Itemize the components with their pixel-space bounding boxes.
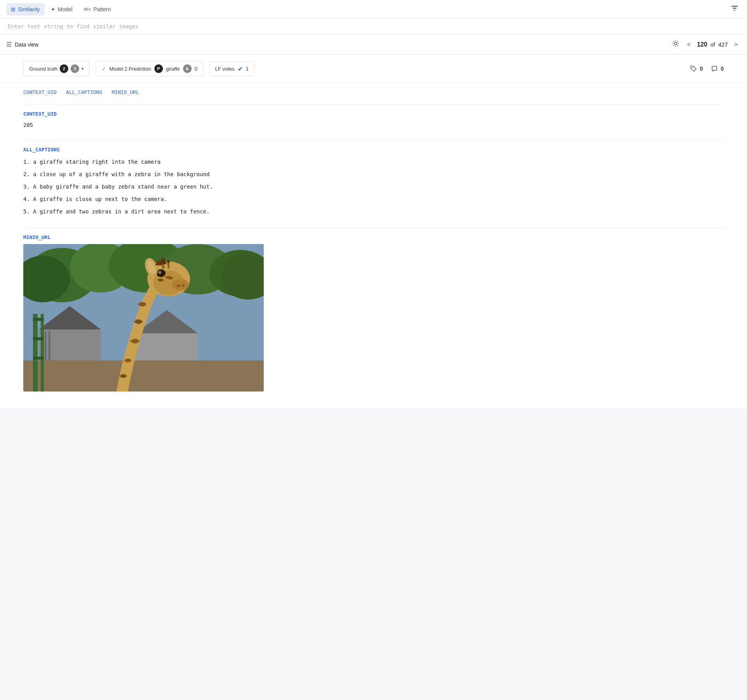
all-captions-label: ALL_CAPTIONS	[23, 147, 724, 152]
pattern-icon: abc	[83, 7, 91, 12]
tab-minio-url[interactable]: MINIO_URL	[112, 89, 139, 95]
page-info: 120 of 427	[697, 41, 728, 48]
current-page: 120	[697, 41, 707, 48]
badge-model-p: P	[154, 64, 163, 73]
svg-point-0	[674, 42, 677, 45]
chevron-down-icon: ▾	[81, 66, 84, 71]
list-item: 5. A giraffe and two zebras in a dirt ar…	[23, 206, 724, 217]
lf-votes-button[interactable]: LF votes ✔ 1	[209, 62, 254, 76]
list-item: 2. a close up of a giraffe with a zebra …	[23, 169, 724, 180]
captions-list: 1. a giraffe staring right into the came…	[23, 156, 724, 217]
badge-model-a: A	[183, 64, 192, 73]
toolbar-row: Ground truth 2 3 ▾ ✓ Model 2 Prediction …	[0, 55, 747, 83]
list-item: 4. A giraffe is close up next to the cam…	[23, 194, 724, 204]
check-circle-icon: ✔	[238, 65, 243, 73]
tab-model-label: Model	[58, 6, 73, 12]
ground-truth-label: Ground truth	[29, 66, 57, 72]
model-prediction-label: Model 2 Prediction	[109, 66, 151, 72]
tab-pattern-label: Pattern	[93, 6, 111, 12]
hamburger-icon: ☰	[6, 41, 12, 48]
svg-point-25	[176, 285, 180, 287]
tab-model[interactable]: ✦ Model	[46, 3, 77, 16]
field-context-uid: CONTEXT_UID 205	[23, 111, 724, 129]
data-view-label: Data view	[15, 42, 38, 48]
tab-all-captions[interactable]: ALL_CAPTIONS	[66, 89, 102, 95]
comment-icon	[711, 65, 718, 73]
divider-1	[23, 104, 724, 105]
model-icon: ✦	[51, 6, 55, 12]
list-item: 1. a giraffe staring right into the came…	[23, 156, 724, 167]
settings-button[interactable]	[670, 38, 681, 51]
tab-pattern[interactable]: abc Pattern	[79, 3, 116, 16]
ground-truth-button[interactable]: Ground truth 2 3 ▾	[23, 61, 90, 76]
prev-page-button[interactable]: <	[684, 40, 694, 50]
svg-point-26	[182, 284, 185, 287]
page-separator: of	[711, 42, 715, 48]
svg-rect-18	[41, 314, 44, 392]
lf-votes-count: 1	[246, 66, 249, 72]
badge-p: 2	[60, 64, 68, 73]
svg-rect-19	[33, 318, 44, 321]
model-class: giraffe	[166, 66, 180, 72]
filter-button[interactable]	[728, 2, 741, 16]
divider-3	[23, 228, 724, 228]
fields-tabs: CONTEXT_UID ALL_CAPTIONS MINIO_URL	[23, 89, 724, 95]
nav-tabs: ⊞ Similarity ✦ Model abc Pattern	[6, 3, 116, 16]
tags-count: 0	[700, 66, 703, 72]
similarity-icon: ⊞	[11, 6, 16, 12]
list-item: 3. A baby giraffe and a baby zebra stand…	[23, 181, 724, 192]
minio-url-label: MINIO_URL	[23, 234, 724, 240]
divider-2	[23, 140, 724, 140]
data-view-header: ☰ Data view < 120 of 427 >	[0, 35, 747, 55]
svg-point-34	[167, 260, 170, 263]
top-nav: ⊞ Similarity ✦ Model abc Pattern	[0, 0, 747, 19]
minio-image	[23, 244, 264, 392]
context-uid-value: 205	[23, 121, 724, 129]
svg-point-24	[172, 279, 189, 291]
comments-count: 0	[721, 66, 724, 72]
comments-button[interactable]: 0	[711, 65, 724, 73]
total-pages: 427	[718, 41, 728, 48]
main-content: Ground truth 2 3 ▾ ✓ Model 2 Prediction …	[0, 55, 747, 409]
search-placeholder: Enter text string to find similar images	[8, 23, 138, 29]
svg-rect-17	[33, 314, 38, 392]
svg-rect-15	[136, 333, 198, 364]
field-all-captions: ALL_CAPTIONS 1. a giraffe staring right …	[23, 147, 724, 217]
model-prediction-button[interactable]: ✓ Model 2 Prediction P giraffe A 0	[96, 61, 203, 76]
svg-rect-20	[33, 337, 44, 340]
data-view-right: < 120 of 427 >	[670, 38, 741, 51]
context-uid-label: CONTEXT_UID	[23, 111, 724, 117]
next-page-button[interactable]: >	[731, 40, 741, 50]
tab-similarity-label: Similarity	[18, 6, 40, 12]
tags-button[interactable]: 0	[690, 65, 703, 73]
svg-point-1	[692, 67, 693, 68]
field-minio-url: MINIO_URL	[23, 234, 724, 392]
search-bar: Enter text string to find similar images	[0, 19, 747, 35]
filter-icon	[731, 4, 738, 12]
lf-votes-label: LF votes	[215, 66, 235, 72]
giraffe-svg	[23, 244, 264, 392]
tag-icon	[690, 65, 697, 73]
model-badge-a-count: 0	[195, 66, 197, 72]
badge-a: 3	[71, 64, 79, 73]
svg-rect-12	[45, 331, 47, 364]
data-view-left: ☰ Data view	[6, 41, 38, 48]
tab-context-uid[interactable]: CONTEXT_UID	[23, 89, 57, 95]
svg-rect-11	[39, 329, 101, 364]
svg-rect-21	[33, 357, 44, 360]
svg-rect-13	[48, 331, 50, 364]
fields-area: CONTEXT_UID ALL_CAPTIONS MINIO_URL CONTE…	[0, 83, 747, 409]
gear-icon	[672, 40, 680, 47]
svg-point-28	[158, 271, 161, 274]
toolbar-right: 0 0	[690, 65, 724, 73]
svg-rect-16	[23, 360, 264, 392]
check-icon: ✓	[102, 66, 106, 72]
tab-similarity[interactable]: ⊞ Similarity	[6, 3, 45, 16]
